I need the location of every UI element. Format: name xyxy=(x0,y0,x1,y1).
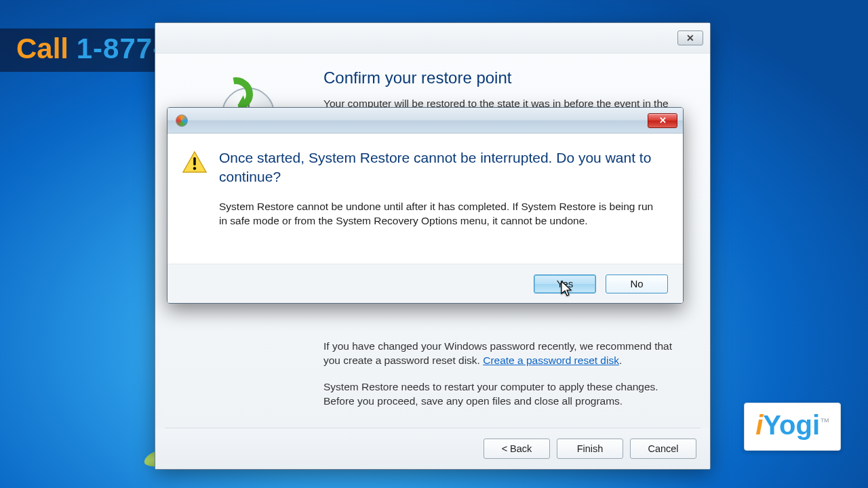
back-button[interactable]: < Back xyxy=(484,439,550,459)
wizard-password-note: If you have changed your Windows passwor… xyxy=(323,340,690,368)
confirmation-dialog: ✕ Once started, System Restore cannot be… xyxy=(167,107,684,304)
svg-point-2 xyxy=(193,167,196,169)
no-button[interactable]: No xyxy=(606,274,668,293)
logo-i: i xyxy=(755,410,763,440)
dialog-content: Once started, System Restore cannot be i… xyxy=(167,134,683,264)
cancel-button[interactable]: Cancel xyxy=(630,439,696,459)
logo-tm: ™ xyxy=(820,416,829,427)
wizard-restart-note: System Restore needs to restart your com… xyxy=(323,380,690,409)
password-note-post: . xyxy=(619,354,622,366)
wizard-close-button[interactable]: ✕ xyxy=(677,30,703,45)
wizard-heading: Confirm your restore point xyxy=(323,68,690,87)
dialog-close-button[interactable]: ✕ xyxy=(648,113,677,128)
warning-icon xyxy=(182,148,212,258)
yes-button[interactable]: Yes xyxy=(534,274,596,293)
wizard-titlebar: ✕ xyxy=(155,23,710,54)
logo-yogi: Yogi xyxy=(763,410,820,440)
close-icon: ✕ xyxy=(686,33,694,43)
svg-rect-1 xyxy=(193,157,196,165)
close-icon: ✕ xyxy=(659,115,667,125)
create-password-reset-disk-link[interactable]: Create a password reset disk xyxy=(483,354,619,366)
finish-button[interactable]: Finish xyxy=(557,439,623,459)
dialog-app-icon xyxy=(176,115,188,127)
dialog-content-text: System Restore cannot be undone until af… xyxy=(219,199,664,228)
dialog-main-instruction: Once started, System Restore cannot be i… xyxy=(219,148,664,187)
wizard-footer: < Back Finish Cancel xyxy=(155,428,710,469)
dialog-titlebar[interactable]: ✕ xyxy=(167,108,683,134)
dialog-footer: Yes No xyxy=(167,264,683,303)
iyogi-logo: iYogi™ xyxy=(744,403,841,451)
dialog-text: Once started, System Restore cannot be i… xyxy=(212,148,664,258)
call-label: Call xyxy=(16,33,77,64)
